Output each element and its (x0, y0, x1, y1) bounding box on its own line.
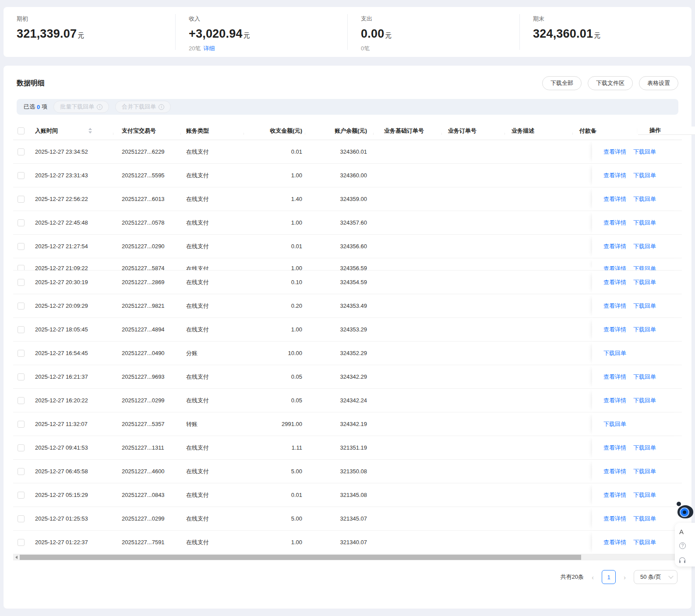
download-zone-button[interactable]: 下载文件区 (588, 76, 633, 90)
batch-download-button[interactable]: 批量下载回单 i (53, 101, 109, 113)
cell-account-type: 在线支付 (180, 397, 243, 405)
download-receipt-link[interactable]: 下载回单 (633, 172, 656, 180)
assistant-a-item[interactable]: A (679, 528, 695, 535)
view-detail-link[interactable]: 查看详情 (603, 219, 626, 227)
download-receipt-link[interactable]: 下载回单 (633, 444, 656, 452)
view-detail-link[interactable]: 查看详情 (603, 195, 626, 203)
robot-assistant-icon[interactable] (676, 502, 695, 520)
cell-account-type: 在线支付 (180, 515, 243, 523)
select-all-checkbox[interactable] (18, 127, 25, 134)
table-row: 2025-12-27 21:27:5420251227...0290在线支付0.… (13, 235, 682, 258)
next-page-arrow[interactable]: › (624, 574, 626, 581)
view-detail-link[interactable]: 查看详情 (603, 373, 626, 381)
download-receipt-link[interactable]: 下载回单 (633, 491, 656, 499)
summary-opening-value: 321,339.07元 (17, 27, 175, 41)
download-all-button[interactable]: 下载全部 (542, 76, 582, 90)
prev-page-arrow[interactable]: ‹ (592, 574, 594, 581)
row-checkbox[interactable] (18, 492, 25, 499)
row-checkbox[interactable] (18, 148, 25, 155)
view-detail-link[interactable]: 查看详情 (603, 539, 626, 546)
cell-balance: 321350.08 (305, 468, 373, 475)
merge-download-button[interactable]: 合并下载回单 i (115, 101, 171, 113)
download-receipt-link[interactable]: 下载回单 (603, 420, 626, 428)
view-detail-link[interactable]: 查看详情 (603, 302, 626, 310)
table-row: 2025-12-27 11:32:0720251227...5357转账2991… (13, 412, 682, 436)
summary-opening-label: 期初 (17, 15, 175, 23)
cell-operations: 查看详情下载回单 (592, 436, 682, 459)
view-detail-link[interactable]: 查看详情 (603, 326, 626, 334)
download-receipt-link[interactable]: 下载回单 (633, 468, 656, 475)
cell-account-type: 在线支付 (180, 444, 243, 452)
row-checkbox[interactable] (18, 468, 25, 475)
view-detail-link[interactable]: 查看详情 (603, 278, 626, 286)
col-trade-no: 支付宝交易号 (113, 127, 180, 135)
scrollbar-track[interactable] (19, 554, 676, 560)
download-receipt-link[interactable]: 下载回单 (633, 539, 656, 546)
download-receipt-link[interactable]: 下载回单 (633, 326, 656, 334)
download-receipt-link[interactable]: 下载回单 (633, 302, 656, 310)
income-detail-link[interactable]: 详细 (203, 45, 215, 52)
cell-operations: 查看详情下载回单 (592, 294, 682, 317)
row-checkbox[interactable] (18, 350, 25, 357)
row-checkbox[interactable] (18, 397, 25, 404)
download-receipt-link[interactable]: 下载回单 (633, 243, 656, 250)
cell-time: 2025-12-27 22:45:48 (35, 219, 113, 226)
cell-trade-no: 20251227...4894 (113, 326, 180, 333)
view-detail-link[interactable]: 查看详情 (603, 491, 626, 499)
download-receipt-link[interactable]: 下载回单 (633, 515, 656, 523)
download-receipt-link[interactable]: 下载回单 (633, 278, 656, 286)
cell-operations: 查看详情下载回单 (592, 483, 682, 507)
row-checkbox[interactable] (18, 303, 25, 310)
table-row: 2025-12-27 01:25:5320251227...0299在线支付5.… (13, 507, 682, 531)
view-detail-link[interactable]: 查看详情 (603, 243, 626, 250)
selected-prefix: 已选 (24, 103, 35, 111)
help-icon[interactable]: ? (679, 542, 686, 549)
view-detail-link[interactable]: 查看详情 (603, 148, 626, 156)
cell-operations: 下载回单 (592, 341, 682, 365)
view-detail-link[interactable]: 查看详情 (603, 515, 626, 523)
row-checkbox[interactable] (18, 172, 25, 179)
cell-account-type: 在线支付 (180, 148, 243, 156)
download-receipt-link[interactable]: 下载回单 (633, 195, 656, 203)
row-checkbox[interactable] (18, 219, 25, 226)
row-checkbox[interactable] (18, 279, 25, 286)
row-checkbox[interactable] (18, 326, 25, 333)
view-detail-link[interactable]: 查看详情 (603, 265, 626, 270)
view-detail-link[interactable]: 查看详情 (603, 468, 626, 475)
table-row: 2025-12-27 06:45:5820251227...4600在线支付5.… (13, 460, 682, 483)
headset-icon[interactable] (679, 557, 685, 561)
cell-balance: 324353.29 (305, 326, 373, 333)
row-checkbox[interactable] (18, 196, 25, 203)
view-detail-link[interactable]: 查看详情 (603, 172, 626, 180)
cell-account-type: 在线支付 (180, 326, 243, 334)
cell-trade-no: 20251227...0299 (113, 397, 180, 404)
view-detail-link[interactable]: 查看详情 (603, 397, 626, 405)
scrollbar-thumb[interactable] (20, 555, 581, 560)
page-title: 数据明细 (17, 79, 45, 88)
page-size-select[interactable]: 50 条/页 (634, 570, 677, 584)
scroll-left-arrow[interactable] (13, 554, 19, 560)
table-settings-button[interactable]: 表格设置 (639, 76, 678, 90)
col-balance: 账户余额(元) (305, 127, 373, 135)
download-receipt-link[interactable]: 下载回单 (633, 373, 656, 381)
cell-balance: 324356.59 (305, 258, 373, 271)
view-detail-link[interactable]: 查看详情 (603, 444, 626, 452)
cell-operations: 查看详情下载回单 (592, 531, 682, 554)
row-checkbox[interactable] (18, 515, 25, 522)
row-checkbox[interactable] (18, 373, 25, 380)
sort-toggle[interactable] (88, 128, 92, 134)
summary-income-value: +3,020.94元 (189, 27, 347, 41)
download-receipt-link[interactable]: 下载回单 (633, 397, 656, 405)
download-receipt-link[interactable]: 下载回单 (633, 148, 656, 156)
row-checkbox[interactable] (18, 421, 25, 428)
row-checkbox[interactable] (18, 265, 25, 271)
download-receipt-link[interactable]: 下载回单 (603, 349, 626, 357)
download-receipt-link[interactable]: 下载回单 (633, 265, 656, 270)
download-receipt-link[interactable]: 下载回单 (633, 219, 656, 227)
row-checkbox[interactable] (18, 243, 25, 250)
page-number[interactable]: 1 (602, 570, 616, 584)
cell-trade-no: 20251227...5357 (113, 421, 180, 427)
cell-time: 2025-12-27 21:09:22 (35, 258, 113, 271)
row-checkbox[interactable] (18, 444, 25, 451)
row-checkbox[interactable] (18, 539, 25, 546)
